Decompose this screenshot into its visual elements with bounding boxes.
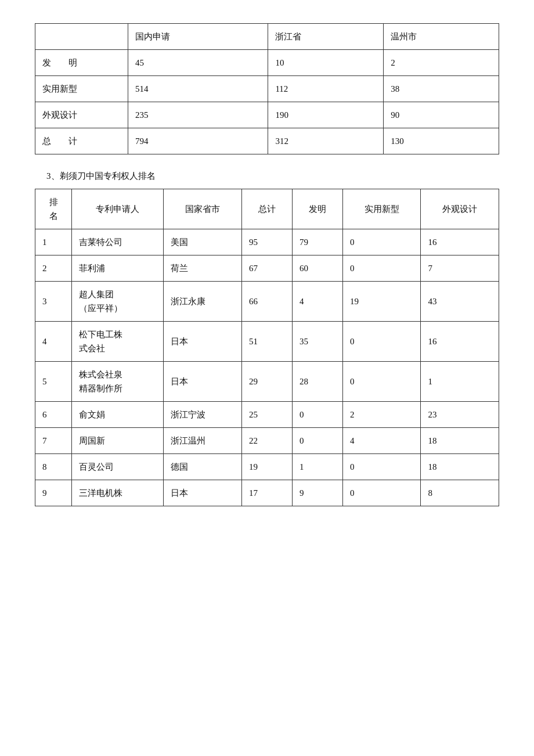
rank-row-8-col-3: 17 — [241, 480, 292, 506]
rank-row-2-col-1: 超人集团 （应平祥） — [72, 282, 164, 322]
rank-row-5-col-1: 俞文娟 — [72, 402, 164, 428]
rank-header-6: 外观设计 — [421, 189, 499, 229]
rank-row-7-col-4: 1 — [292, 454, 342, 480]
rank-row-5-col-6: 23 — [421, 402, 499, 428]
rank-row-4-col-5: 0 — [343, 362, 421, 402]
rank-header-5: 实用新型 — [343, 189, 421, 229]
top-header-1: 国内申请 — [128, 24, 268, 50]
rank-row-1-col-3: 67 — [241, 255, 292, 282]
top-summary-table: 国内申请浙江省温州市发 明45102实用新型51411238外观设计235190… — [35, 23, 499, 154]
rank-row-2-col-3: 66 — [241, 282, 292, 322]
rank-row-3-col-2: 日本 — [164, 322, 241, 362]
section-title: 3、剃须刀中国专利权人排名 — [46, 171, 499, 182]
top-header-0 — [35, 24, 128, 50]
rank-row-6-col-6: 18 — [421, 428, 499, 454]
rank-row-5-col-2: 浙江宁波 — [164, 402, 241, 428]
rank-header-0: 排 名 — [35, 189, 72, 229]
rank-row-6-col-2: 浙江温州 — [164, 428, 241, 454]
rank-header-2: 国家省市 — [164, 189, 241, 229]
rank-row-8-col-4: 9 — [292, 480, 342, 506]
rank-row-8-col-5: 0 — [343, 480, 421, 506]
top-row-0-col-2: 10 — [268, 50, 384, 76]
rank-row-1-col-4: 60 — [292, 255, 342, 282]
top-row-0-col-1: 45 — [128, 50, 268, 76]
rank-row-7-col-5: 0 — [343, 454, 421, 480]
top-header-2: 浙江省 — [268, 24, 384, 50]
top-header-3: 温州市 — [384, 24, 499, 50]
rank-row-4-col-2: 日本 — [164, 362, 241, 402]
rank-row-6-col-0: 7 — [35, 428, 72, 454]
rank-row-0-col-4: 79 — [292, 229, 342, 255]
rank-row-6-col-4: 0 — [292, 428, 342, 454]
rank-row-0-col-1: 吉莱特公司 — [72, 229, 164, 255]
top-row-1-col-1: 514 — [128, 76, 268, 102]
rank-row-2-col-0: 3 — [35, 282, 72, 322]
rank-row-7-col-1: 百灵公司 — [72, 454, 164, 480]
rank-row-0-col-0: 1 — [35, 229, 72, 255]
top-row-3-col-1: 794 — [128, 128, 268, 154]
rank-row-5-col-0: 6 — [35, 402, 72, 428]
top-row-3-col-3: 130 — [384, 128, 499, 154]
top-row-1-col-0: 实用新型 — [35, 76, 128, 102]
rank-row-7-col-3: 19 — [241, 454, 292, 480]
rank-row-3-col-3: 51 — [241, 322, 292, 362]
rank-row-4-col-6: 1 — [421, 362, 499, 402]
rank-row-3-col-6: 16 — [421, 322, 499, 362]
rank-row-4-col-3: 29 — [241, 362, 292, 402]
rank-row-7-col-6: 18 — [421, 454, 499, 480]
rank-row-8-col-2: 日本 — [164, 480, 241, 506]
rank-row-1-col-6: 7 — [421, 255, 499, 282]
top-row-0-col-3: 2 — [384, 50, 499, 76]
rank-row-1-col-2: 荷兰 — [164, 255, 241, 282]
rank-row-0-col-3: 95 — [241, 229, 292, 255]
rank-header-4: 发明 — [292, 189, 342, 229]
top-row-1-col-2: 112 — [268, 76, 384, 102]
rank-row-7-col-2: 德国 — [164, 454, 241, 480]
rank-row-1-col-5: 0 — [343, 255, 421, 282]
rank-row-8-col-6: 8 — [421, 480, 499, 506]
top-row-0-col-0: 发 明 — [35, 50, 128, 76]
rank-row-4-col-4: 28 — [292, 362, 342, 402]
rank-row-2-col-6: 43 — [421, 282, 499, 322]
ranking-table: 排 名专利申请人国家省市总计发明实用新型外观设计1吉莱特公司美国95790162… — [35, 189, 499, 506]
rank-row-2-col-5: 19 — [343, 282, 421, 322]
rank-row-5-col-4: 0 — [292, 402, 342, 428]
rank-row-0-col-2: 美国 — [164, 229, 241, 255]
rank-row-2-col-4: 4 — [292, 282, 342, 322]
rank-row-5-col-3: 25 — [241, 402, 292, 428]
rank-row-1-col-0: 2 — [35, 255, 72, 282]
rank-header-1: 专利申请人 — [72, 189, 164, 229]
top-row-2-col-0: 外观设计 — [35, 102, 128, 128]
rank-row-3-col-0: 4 — [35, 322, 72, 362]
top-row-2-col-2: 190 — [268, 102, 384, 128]
rank-row-2-col-2: 浙江永康 — [164, 282, 241, 322]
rank-row-3-col-1: 松下电工株 式会社 — [72, 322, 164, 362]
top-row-3-col-2: 312 — [268, 128, 384, 154]
rank-header-3: 总计 — [241, 189, 292, 229]
top-row-2-col-1: 235 — [128, 102, 268, 128]
rank-row-8-col-1: 三洋电机株 — [72, 480, 164, 506]
rank-row-3-col-5: 0 — [343, 322, 421, 362]
rank-row-3-col-4: 35 — [292, 322, 342, 362]
top-row-1-col-3: 38 — [384, 76, 499, 102]
rank-row-6-col-3: 22 — [241, 428, 292, 454]
rank-row-4-col-0: 5 — [35, 362, 72, 402]
top-row-3-col-0: 总 计 — [35, 128, 128, 154]
top-row-2-col-3: 90 — [384, 102, 499, 128]
rank-row-6-col-1: 周国新 — [72, 428, 164, 454]
rank-row-6-col-5: 4 — [343, 428, 421, 454]
rank-row-7-col-0: 8 — [35, 454, 72, 480]
rank-row-0-col-6: 16 — [421, 229, 499, 255]
rank-row-4-col-1: 株式会社泉 精器制作所 — [72, 362, 164, 402]
rank-row-0-col-5: 0 — [343, 229, 421, 255]
rank-row-8-col-0: 9 — [35, 480, 72, 506]
rank-row-5-col-5: 2 — [343, 402, 421, 428]
rank-row-1-col-1: 菲利浦 — [72, 255, 164, 282]
